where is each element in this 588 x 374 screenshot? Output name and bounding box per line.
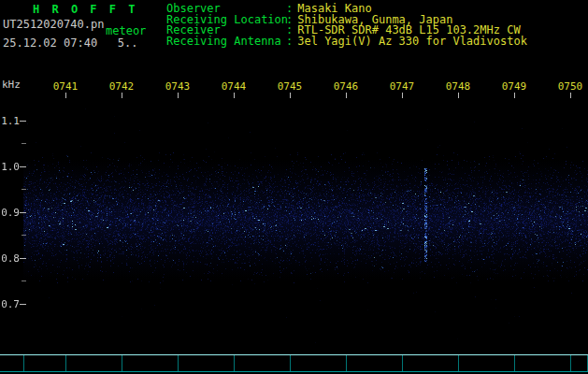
signal-level-minute-tick	[122, 355, 122, 371]
y-axis-tick	[20, 121, 26, 122]
x-axis-label: 0745	[278, 80, 303, 93]
y-axis-label: 0.7	[0, 298, 20, 310]
x-axis-label: 0747	[390, 80, 415, 93]
signal-level-minute-tick	[23, 355, 24, 371]
y-axis-label: 1.0	[0, 161, 20, 173]
x-axis-tick	[122, 93, 122, 98]
y-axis-minor-tick	[22, 280, 26, 281]
x-axis-label: 0744	[222, 80, 247, 93]
x-axis-tick	[65, 93, 66, 98]
y-axis-unit: kHz	[2, 79, 21, 91]
x-axis-label: 0749	[502, 80, 527, 93]
hrofft-window: H R O F F T UT2512020740.pn meteor 25.12…	[0, 0, 588, 374]
x-axis-label: 0742	[109, 80, 135, 93]
info-row-antenna: Receiving Antenna:3el Yagi(V) Az 330 for…	[166, 36, 527, 48]
info-separator: :	[286, 35, 293, 48]
signal-level-minute-tick	[234, 355, 235, 371]
capture-filename: UT2512020740.pn	[3, 18, 104, 31]
y-axis-tick	[20, 166, 26, 167]
y-axis-minor-tick	[22, 189, 26, 190]
x-axis-tick	[346, 93, 347, 98]
signal-level-minute-tick	[402, 355, 403, 371]
signal-level-trace	[0, 354, 588, 355]
receiver-info: Observer:Masaki Kano Receiving Location:…	[166, 4, 527, 47]
datetime-label: 25.12.02 07:40 5..	[3, 36, 138, 50]
spectrogram-canvas	[23, 98, 588, 351]
x-axis-tick	[570, 93, 571, 98]
x-axis-label: 0750	[558, 80, 583, 93]
y-axis-minor-tick	[22, 143, 26, 144]
y-axis-label: 0.8	[0, 252, 20, 265]
x-axis-tick	[290, 93, 291, 98]
mode-label: meteor	[106, 24, 146, 37]
y-axis-tick	[20, 258, 26, 259]
info-value: 3el Yagi(V) Az 330 for Vladivostok	[297, 35, 527, 48]
x-axis-tick	[514, 93, 515, 98]
x-axis-tick	[234, 93, 235, 98]
signal-level-minute-tick	[570, 355, 571, 371]
signal-level-minute-tick	[346, 355, 347, 371]
signal-level-minute-tick	[65, 355, 66, 371]
x-axis-label: 0741	[53, 80, 79, 93]
info-label: Receiving Antenna	[166, 36, 286, 48]
signal-level-minute-tick	[458, 355, 459, 371]
x-axis-tick	[178, 93, 179, 98]
signal-level-baseline	[0, 371, 588, 372]
x-axis-tick	[402, 93, 403, 98]
x-axis-tick	[458, 93, 459, 98]
signal-level-minute-tick	[178, 355, 179, 371]
y-axis-tick	[20, 304, 26, 305]
app-title: H R O F F T	[33, 3, 137, 16]
signal-level-minute-tick	[514, 355, 515, 371]
x-axis-label: 0748	[446, 80, 471, 93]
y-axis-minor-tick	[22, 235, 26, 236]
y-axis-label: 1.1	[0, 115, 20, 127]
y-axis-label: 0.9	[0, 207, 20, 219]
x-axis-label: 0743	[165, 80, 191, 93]
x-axis-label: 0746	[334, 80, 359, 93]
y-axis-tick	[20, 212, 26, 213]
signal-level-minute-tick	[290, 355, 291, 371]
